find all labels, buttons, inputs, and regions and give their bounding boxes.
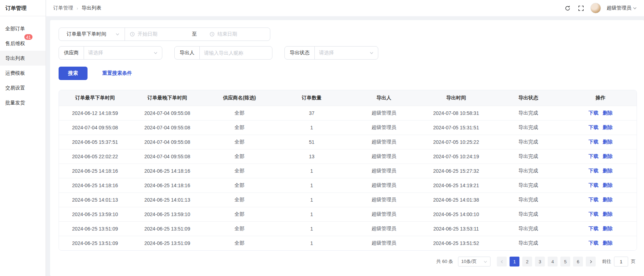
table-row: 2024-06-25 13:59:102024-06-25 13:59:10全部… — [59, 207, 637, 221]
table-cell-actions: 下载删除 — [564, 164, 637, 178]
table-cell-actions: 下载删除 — [564, 221, 637, 236]
sidebar-item-label: 售后维权 — [5, 41, 25, 46]
delete-link[interactable]: 删除 — [603, 182, 613, 188]
download-link[interactable]: 下载 — [589, 110, 598, 116]
table-cell: 2024-06-25 15:27:32 — [420, 164, 492, 178]
table-cell: 2024-06-25 13:51:09 — [131, 221, 204, 236]
sidebar-item-label: 批量发货 — [5, 100, 25, 105]
supplier-select[interactable]: 请选择 — [84, 50, 162, 56]
table-cell: 超级管理员 — [348, 207, 420, 221]
download-link[interactable]: 下载 — [589, 240, 598, 246]
chevron-left-icon — [500, 260, 504, 264]
table-cell: 超级管理员 — [348, 164, 420, 178]
table-cell: 1 — [276, 192, 348, 207]
start-date-input[interactable]: 开始日期 — [125, 31, 162, 37]
download-link[interactable]: 下载 — [589, 168, 598, 173]
end-date-input[interactable]: 结束日期 — [205, 31, 242, 37]
download-link[interactable]: 下载 — [589, 153, 598, 159]
table-cell: 2024-06-12 14:18:59 — [59, 106, 131, 120]
delete-link[interactable]: 删除 — [603, 226, 613, 231]
page-button[interactable]: 5 — [560, 257, 570, 266]
table-cell: 超级管理员 — [348, 192, 420, 207]
page-size-select[interactable]: 10条/页 — [458, 257, 490, 266]
download-link[interactable]: 下载 — [589, 139, 598, 145]
table-cell: 2024-06-25 13:59:10 — [131, 207, 204, 221]
refresh-icon[interactable] — [564, 4, 571, 12]
table-cell: 全部 — [203, 149, 276, 164]
page-buttons: 123456 — [497, 257, 596, 266]
table-cell: 2024-06-25 13:51:09 — [59, 221, 131, 236]
sidebar-item[interactable]: 运费模板 — [0, 66, 46, 80]
table-cell: 2024-06-25 14:01:13 — [59, 192, 131, 207]
table-cell-actions: 下载删除 — [564, 236, 637, 250]
table-cell: 2024-06-25 14:01:13 — [131, 192, 204, 207]
table-cell: 2024-07-08 10:58:31 — [420, 106, 492, 120]
reset-search-button[interactable]: 重置搜索条件 — [102, 70, 132, 76]
download-link[interactable]: 下载 — [589, 124, 598, 130]
delete-link[interactable]: 删除 — [603, 139, 613, 145]
sidebar-item-label: 导出列表 — [5, 55, 25, 61]
table-cell-actions: 下载删除 — [564, 178, 637, 192]
download-link[interactable]: 下载 — [589, 226, 598, 231]
table-row: 2024-07-04 09:55:082024-07-04 09:55:08全部… — [59, 120, 637, 135]
table-cell: 2024-07-04 09:55:08 — [131, 135, 204, 149]
delete-link[interactable]: 删除 — [603, 153, 613, 159]
delete-link[interactable]: 删除 — [603, 240, 613, 246]
sidebar-item[interactable]: 导出列表 — [0, 51, 46, 66]
table-cell: 超级管理员 — [348, 178, 420, 192]
table-column-header: 导出时间 — [420, 90, 492, 106]
page-button[interactable]: 4 — [548, 257, 558, 266]
table-cell-actions: 下载删除 — [564, 106, 637, 120]
user-menu[interactable]: 超级管理员 — [607, 5, 637, 11]
delete-link[interactable]: 删除 — [603, 124, 613, 130]
supplier-label: 供应商 — [59, 47, 84, 59]
clock-icon — [210, 32, 215, 37]
page-button[interactable]: 2 — [522, 257, 532, 266]
sidebar-item[interactable]: 售后维权41 — [0, 36, 46, 51]
user-avatar[interactable] — [590, 3, 601, 13]
breadcrumb: 订单管理 › 导出列表 — [53, 5, 101, 11]
delete-link[interactable]: 删除 — [603, 168, 613, 173]
table-cell: 导出完成 — [492, 178, 565, 192]
search-button[interactable]: 搜索 — [59, 67, 88, 80]
delete-link[interactable]: 删除 — [603, 211, 613, 217]
table-cell: 导出完成 — [492, 236, 565, 250]
table-cell: 2024-06-25 13:51:09 — [131, 236, 204, 250]
chevron-down-icon — [483, 260, 487, 264]
goto-page-input[interactable] — [614, 257, 628, 266]
sidebar-item[interactable]: 全部订单 — [0, 21, 46, 36]
table-cell: 全部 — [203, 120, 276, 135]
sidebar-title: 订单管理 — [0, 0, 46, 16]
download-link[interactable]: 下载 — [589, 211, 598, 217]
table-cell: 全部 — [203, 106, 276, 120]
table-cell: 51 — [276, 135, 348, 149]
download-link[interactable]: 下载 — [589, 182, 598, 188]
table-row: 2024-06-25 14:18:162024-06-25 14:18:16全部… — [59, 164, 637, 178]
table-cell: 2024-06-05 15:37:51 — [59, 135, 131, 149]
prev-page-button[interactable] — [497, 257, 507, 266]
next-page-button[interactable] — [586, 257, 596, 266]
table-body: 2024-06-12 14:18:592024-07-04 09:55:08全部… — [59, 106, 637, 250]
breadcrumb-parent[interactable]: 订单管理 — [53, 5, 73, 11]
exporter-input[interactable] — [204, 50, 269, 56]
download-link[interactable]: 下载 — [589, 197, 598, 202]
export-status-placeholder: 请选择 — [319, 50, 334, 56]
page-number-list: 123456 — [510, 257, 583, 266]
date-type-select[interactable]: 订单最早下单时间 — [59, 28, 125, 41]
sidebar-item[interactable]: 批量发货 — [0, 95, 46, 110]
page-button[interactable]: 1 — [510, 257, 519, 266]
page-button[interactable]: 6 — [573, 257, 583, 266]
table-cell: 1 — [276, 120, 348, 135]
table-cell: 导出完成 — [492, 106, 565, 120]
sidebar-item[interactable]: 交易设置 — [0, 80, 46, 95]
table-cell: 2024-07-05 15:31:51 — [420, 120, 492, 135]
table-cell: 2024-06-25 14:18:16 — [59, 164, 131, 178]
exporter-label: 导出人 — [175, 47, 200, 59]
table-cell: 1 — [276, 207, 348, 221]
table-cell: 1 — [276, 236, 348, 250]
delete-link[interactable]: 删除 — [603, 197, 613, 202]
export-status-select[interactable]: 请选择 — [315, 50, 378, 56]
page-button[interactable]: 3 — [535, 257, 545, 266]
delete-link[interactable]: 删除 — [603, 110, 613, 116]
fullscreen-icon[interactable] — [577, 4, 585, 12]
